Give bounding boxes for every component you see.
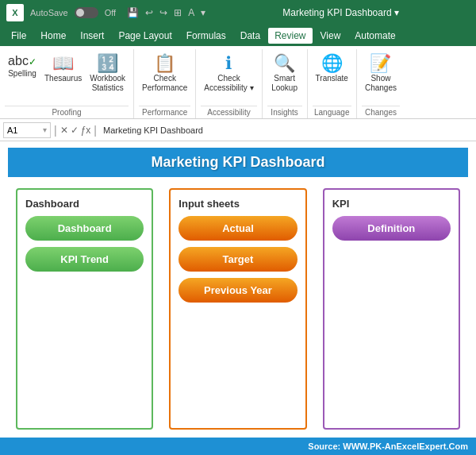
language-group-label: Language: [313, 106, 351, 118]
ribbon-insights-items: 🔍 Smart Lookup: [267, 49, 302, 106]
kpi-trend-button[interactable]: KPI Trend: [25, 247, 144, 272]
thesaurus-icon: 📖: [52, 55, 74, 72]
insert-function-icon[interactable]: ƒx: [81, 125, 91, 136]
translate-button[interactable]: 🌐 Translate: [313, 52, 351, 86]
show-changes-label: Show Changes: [365, 74, 397, 93]
footer: Source: WWW.PK-AnExcelExpert.Com: [0, 438, 476, 455]
toggle-knob: [76, 9, 84, 17]
ribbon-group-language: 🌐 Translate Language: [308, 49, 357, 118]
insights-group-label: Insights: [267, 106, 302, 118]
changes-group-label: Changes: [362, 106, 400, 118]
check-accessibility-icon: ℹ: [225, 55, 232, 72]
menu-page-layout[interactable]: Page Layout: [112, 28, 178, 44]
ribbon-proofing-items: abc✓ Spelling 📖 Thesaurus 🔢 Workbook Sta…: [5, 49, 129, 106]
ribbon-group-changes: 📝 Show Changes Changes: [357, 49, 405, 118]
workbook-statistics-button[interactable]: 🔢 Workbook Statistics: [86, 52, 129, 95]
toggle-state: Off: [105, 8, 116, 17]
cell-reference[interactable]: A1 ▾: [3, 122, 51, 138]
excel-logo: X: [6, 4, 24, 21]
grid-icon[interactable]: ⊞: [174, 7, 182, 18]
title-bar: X AutoSave Off 💾 ↩ ↪ ⊞ A ▾ Marketing KPI…: [0, 0, 476, 25]
formula-divider: |: [54, 124, 57, 137]
spelling-button[interactable]: abc✓ Spelling: [5, 52, 40, 81]
menu-view[interactable]: View: [314, 28, 347, 44]
formula-sep: |: [94, 124, 97, 137]
toolbar-icons: 💾 ↩ ↪ ⊞ A ▾: [127, 7, 205, 18]
definition-button[interactable]: Definition: [332, 216, 451, 241]
ribbon-accessibility-items: ℹ Check Accessibility ▾: [201, 49, 256, 106]
dashboard-section: Dashboard Dashboard KPI Trend: [16, 188, 153, 430]
formula-icons: ✕ ✓ ƒx: [60, 125, 91, 136]
check-performance-button[interactable]: 📋 Check Performance: [139, 52, 190, 95]
sheet-navigation: Dashboard Dashboard KPI Trend Input shee…: [0, 180, 476, 438]
menu-data[interactable]: Data: [234, 28, 267, 44]
confirm-formula-icon[interactable]: ✓: [71, 125, 79, 136]
font-color-icon[interactable]: A: [188, 7, 194, 18]
window-title: Marketing KPI Dashboard ▾: [212, 7, 470, 18]
menu-formulas[interactable]: Formulas: [180, 28, 232, 44]
translate-label: Translate: [316, 74, 348, 83]
ribbon-group-proofing: abc✓ Spelling 📖 Thesaurus 🔢 Workbook Sta…: [0, 49, 134, 118]
autosave-toggle[interactable]: [75, 7, 98, 18]
input-sheets-section-title: Input sheets: [178, 198, 240, 210]
smart-lookup-icon: 🔍: [274, 55, 295, 72]
accessibility-group-label: Accessibility: [201, 106, 256, 118]
dashboard-section-title: Dashboard: [25, 198, 79, 210]
ribbon-group-performance: 📋 Check Performance Performance: [134, 49, 196, 118]
input-sheets-section: Input sheets Actual Target Previous Year: [169, 188, 306, 430]
more-icon[interactable]: ▾: [201, 7, 205, 18]
redo-icon[interactable]: ↪: [159, 7, 167, 18]
formula-bar: A1 ▾ | ✕ ✓ ƒx | Marketing KPI Dashboard: [0, 119, 476, 141]
formula-value[interactable]: Marketing KPI Dashboard: [100, 125, 473, 135]
ribbon-language-items: 🌐 Translate: [313, 49, 351, 106]
kpi-section: KPI Definition: [323, 188, 460, 430]
ribbon-performance-items: 📋 Check Performance: [139, 49, 190, 106]
proofing-group-label: Proofing: [5, 106, 129, 118]
menu-automate[interactable]: Automate: [348, 28, 401, 44]
actual-button[interactable]: Actual: [178, 216, 297, 241]
undo-icon[interactable]: ↩: [145, 7, 153, 18]
show-changes-button[interactable]: 📝 Show Changes: [362, 52, 400, 95]
target-button[interactable]: Target: [178, 247, 297, 272]
main-content: Marketing KPI Dashboard Dashboard Dashbo…: [0, 141, 476, 455]
smart-lookup-label: Smart Lookup: [271, 74, 298, 93]
autosave-label: AutoSave: [30, 8, 68, 17]
thesaurus-button[interactable]: 📖 Thesaurus: [41, 52, 85, 86]
thesaurus-label: Thesaurus: [44, 74, 82, 83]
menu-file[interactable]: File: [5, 28, 33, 44]
kpi-section-title: KPI: [332, 198, 350, 210]
spelling-icon: abc✓: [8, 55, 36, 67]
dashboard-title-row: Marketing KPI Dashboard: [8, 148, 468, 177]
translate-icon: 🌐: [321, 55, 343, 72]
show-changes-icon: 📝: [370, 55, 391, 72]
cancel-formula-icon[interactable]: ✕: [60, 125, 68, 136]
menu-insert[interactable]: Insert: [74, 28, 110, 44]
menu-review[interactable]: Review: [268, 28, 312, 44]
ribbon-group-insights: 🔍 Smart Lookup Insights: [263, 49, 308, 118]
dashboard-title: Marketing KPI Dashboard: [17, 154, 459, 171]
performance-group-label: Performance: [139, 106, 190, 118]
check-accessibility-button[interactable]: ℹ Check Accessibility ▾: [201, 52, 256, 95]
previous-year-button[interactable]: Previous Year: [178, 278, 297, 303]
ribbon-changes-items: 📝 Show Changes: [362, 49, 400, 106]
check-performance-label: Check Performance: [142, 74, 187, 93]
ribbon: abc✓ Spelling 📖 Thesaurus 🔢 Workbook Sta…: [0, 46, 476, 119]
footer-text: Source: WWW.PK-AnExcelExpert.Com: [308, 442, 468, 451]
check-performance-icon: 📋: [154, 55, 175, 72]
menu-bar: File Home Insert Page Layout Formulas Da…: [0, 25, 476, 46]
ribbon-group-accessibility: ℹ Check Accessibility ▾ Accessibility: [196, 49, 262, 118]
spelling-label: Spelling: [8, 69, 36, 79]
smart-lookup-button[interactable]: 🔍 Smart Lookup: [267, 52, 302, 95]
save-icon[interactable]: 💾: [127, 7, 139, 18]
dashboard-button[interactable]: Dashboard: [25, 216, 144, 241]
workbook-statistics-label: Workbook Statistics: [90, 74, 125, 93]
workbook-statistics-icon: 🔢: [97, 55, 118, 72]
menu-home[interactable]: Home: [34, 28, 72, 44]
check-accessibility-label: Check Accessibility ▾: [204, 74, 253, 93]
